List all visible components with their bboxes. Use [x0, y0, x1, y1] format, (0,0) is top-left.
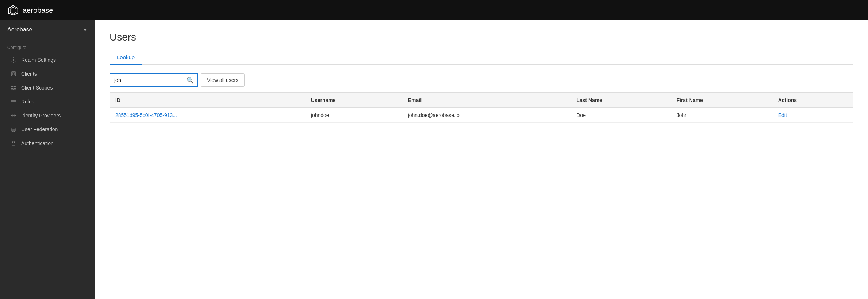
sidebar-item-client-scopes-label: Client Scopes [21, 85, 53, 91]
svg-rect-3 [11, 72, 16, 76]
svg-point-5 [12, 86, 13, 87]
sidebar-item-clients[interactable]: Clients [0, 67, 95, 81]
sidebar-item-identity-providers[interactable]: Identity Providers [0, 109, 95, 122]
cell-firstname: John [671, 108, 772, 123]
realm-name: Aerobase [7, 26, 32, 33]
table-row: 28551d95-5c0f-4705-913... johndoe john.d… [110, 108, 853, 123]
realm-selector[interactable]: Aerobase ▼ [0, 20, 95, 39]
aerobase-logo-icon [7, 4, 19, 16]
cell-actions: Edit [772, 108, 853, 123]
identity-providers-icon [10, 112, 17, 119]
roles-icon [10, 98, 17, 105]
tabs: Lookup [110, 50, 853, 65]
svg-point-8 [12, 88, 13, 90]
table-header-row: ID Username Email Last Name First Name A… [110, 93, 853, 108]
authentication-icon [10, 140, 17, 147]
sidebar-item-authentication-label: Authentication [21, 140, 54, 146]
view-all-users-button[interactable]: View all users [201, 73, 245, 87]
svg-rect-4 [12, 73, 15, 75]
page-title: Users [110, 31, 853, 43]
svg-point-7 [15, 86, 16, 87]
col-header-id: ID [110, 93, 305, 108]
col-header-lastname: Last Name [571, 93, 671, 108]
svg-point-9 [13, 88, 14, 90]
svg-point-10 [15, 88, 16, 90]
svg-point-15 [12, 128, 15, 129]
sidebar-item-user-federation[interactable]: User Federation [0, 122, 95, 136]
sidebar-item-authentication[interactable]: Authentication [0, 136, 95, 150]
logo-text: aerobase [23, 6, 53, 15]
col-header-firstname: First Name [671, 93, 772, 108]
edit-button[interactable]: Edit [778, 112, 787, 118]
realm-settings-icon [10, 57, 17, 63]
top-bar: aerobase [0, 0, 868, 20]
search-bar: 🔍 View all users [110, 73, 853, 87]
logo-container: aerobase [7, 4, 53, 16]
sidebar-item-clients-label: Clients [21, 71, 37, 77]
svg-point-2 [13, 59, 14, 61]
sidebar-item-realm-settings[interactable]: Realm Settings [0, 53, 95, 67]
col-header-actions: Actions [772, 93, 853, 108]
svg-point-6 [13, 86, 14, 87]
col-header-email: Email [402, 93, 571, 108]
chevron-down-icon: ▼ [82, 27, 88, 33]
cell-id: 28551d95-5c0f-4705-913... [110, 108, 305, 123]
tab-lookup[interactable]: Lookup [110, 50, 142, 65]
cell-email: john.doe@aerobase.io [402, 108, 571, 123]
sidebar-item-realm-settings-label: Realm Settings [21, 57, 56, 63]
main-layout: Aerobase ▼ Configure Realm Settings Clie… [0, 20, 868, 299]
client-scopes-icon [10, 84, 17, 91]
content-area: Users Lookup 🔍 View all users ID Usernam… [95, 20, 868, 299]
sidebar-item-roles[interactable]: Roles [0, 95, 95, 109]
search-icon: 🔍 [187, 77, 194, 84]
sidebar-item-user-federation-label: User Federation [21, 126, 58, 132]
svg-rect-16 [12, 143, 15, 145]
sidebar-section-label: Configure [0, 39, 95, 53]
user-federation-icon [10, 126, 17, 133]
sidebar: Aerobase ▼ Configure Realm Settings Clie… [0, 20, 95, 299]
sidebar-item-client-scopes[interactable]: Client Scopes [0, 81, 95, 95]
user-id-link[interactable]: 28551d95-5c0f-4705-913... [115, 112, 177, 118]
clients-icon [10, 71, 17, 77]
cell-username: johndoe [305, 108, 402, 123]
search-button[interactable]: 🔍 [183, 73, 198, 87]
search-input[interactable] [110, 73, 183, 87]
svg-marker-1 [10, 7, 16, 14]
cell-lastname: Doe [571, 108, 671, 123]
col-header-username: Username [305, 93, 402, 108]
sidebar-item-identity-providers-label: Identity Providers [21, 113, 61, 118]
sidebar-item-roles-label: Roles [21, 99, 34, 105]
users-table: ID Username Email Last Name First Name A… [110, 92, 853, 123]
